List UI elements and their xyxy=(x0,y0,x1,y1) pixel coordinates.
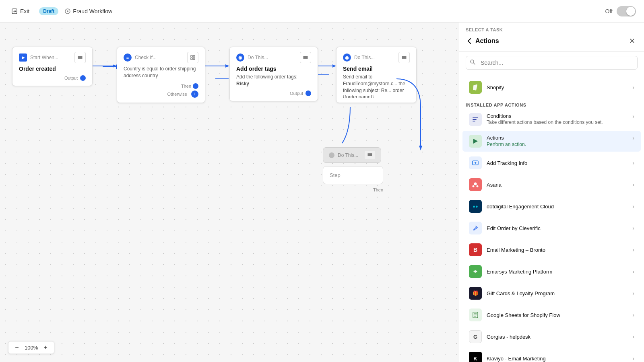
workflow-icon xyxy=(65,8,70,14)
app-giftcards[interactable]: 🎁 Gift Cards & Loyalty Program › xyxy=(462,283,641,304)
select-task-label: SELECT A TASK xyxy=(466,27,638,32)
panel-body: Shopify › INSTALLED APP ACTIONS Conditio… xyxy=(459,74,644,362)
search-icon xyxy=(470,59,475,66)
add-tracking-icon xyxy=(469,156,482,169)
start-title: Order created xyxy=(19,66,86,72)
gsheets-icon xyxy=(469,309,482,321)
do-this-gray[interactable]: Do This... xyxy=(323,147,381,163)
app-gorgias[interactable]: G Gorgias - helpdesk › xyxy=(462,326,641,347)
start-card[interactable]: Start When... Order created Output xyxy=(12,47,93,86)
svg-marker-14 xyxy=(473,139,478,144)
do1-label: Do This... xyxy=(248,55,268,60)
app-cleverific[interactable]: Edit Order by Cleverific › xyxy=(462,218,641,239)
dotdigital-icon: ●● xyxy=(469,200,482,213)
actions-label: Actions xyxy=(487,135,627,141)
app-add-tracking[interactable]: Add Tracking Info › xyxy=(462,152,641,173)
svg-marker-11 xyxy=(332,64,336,68)
giftcards-label: Gift Cards & Loyalty Program xyxy=(487,290,627,296)
start-action-btn[interactable] xyxy=(74,52,86,63)
connector-1 xyxy=(93,62,117,70)
do1-title: Add order tags xyxy=(236,66,311,72)
giftcards-icon: 🎁 xyxy=(469,287,482,300)
panel-header: SELECT A TASK Actions ✕ xyxy=(459,23,644,52)
installed-apps-divider: INSTALLED APP ACTIONS xyxy=(459,99,644,109)
klaviyo-icon: K xyxy=(469,352,482,362)
workflow-title: Fraud Workflow xyxy=(65,8,112,14)
actions-arrow: › xyxy=(632,135,634,141)
branch-curve xyxy=(396,75,429,163)
do1-action-btn[interactable] xyxy=(300,52,311,63)
output-dot xyxy=(80,75,86,81)
do-this-gray-btn[interactable] xyxy=(365,151,375,159)
search-input[interactable] xyxy=(466,56,638,70)
actions-subtitle: Perform an action. xyxy=(487,142,627,147)
connector-3 xyxy=(318,62,336,70)
app-gsheets[interactable]: Google Sheets for Shopify Flow › xyxy=(462,304,641,325)
dotdigital-label: dotdigital Engagement Cloud xyxy=(487,204,627,210)
svg-point-13 xyxy=(471,60,474,63)
zoom-in-button[interactable]: + xyxy=(41,343,50,352)
then-label-step: Then xyxy=(373,187,383,192)
panel-back-button[interactable]: Actions xyxy=(466,37,499,45)
app-bronto[interactable]: B Email Marketing – Bronto › xyxy=(462,239,641,260)
search-box xyxy=(466,56,638,70)
svg-point-2 xyxy=(67,10,68,12)
topbar-left: Exit Draft Fraud Workflow xyxy=(8,6,112,16)
toggle-switch[interactable] xyxy=(617,6,636,16)
add-tracking-label: Add Tracking Info xyxy=(487,160,627,166)
gorgias-arrow: › xyxy=(632,333,634,340)
zoom-level: 100% xyxy=(25,345,38,351)
app-dotdigital[interactable]: ●● dotdigital Engagement Cloud › xyxy=(462,196,641,217)
gsheets-label: Google Sheets for Shopify Flow xyxy=(487,312,627,318)
right-panel: SELECT A TASK Actions ✕ Shopify › xyxy=(459,23,644,362)
workflow-canvas[interactable]: Start When... Order created Output xyxy=(0,23,459,362)
otherwise-plus[interactable]: + xyxy=(191,90,198,98)
svg-marker-7 xyxy=(113,64,117,68)
panel-close-button[interactable]: ✕ xyxy=(626,35,638,47)
conditions-label: Conditions xyxy=(487,113,627,119)
asana-arrow: › xyxy=(632,181,634,188)
send-email-action-btn[interactable] xyxy=(398,52,410,63)
do1-card[interactable]: ◉ Do This... Add order tags Add the foll… xyxy=(229,47,318,101)
svg-marker-9 xyxy=(225,64,229,68)
check-node: ≡ Check If... Country is equal to order … xyxy=(117,47,205,103)
zoom-controls: − 100% + xyxy=(8,341,54,354)
emarsys-label: Emarsys Marketing Platform xyxy=(487,269,627,275)
topbar-right: Off xyxy=(605,6,636,16)
start-node: Start When... Order created Output xyxy=(12,47,93,86)
zoom-out-button[interactable]: − xyxy=(12,343,21,352)
app-emarsys[interactable]: Emarsys Marketing Platform › xyxy=(462,261,641,282)
dotdigital-arrow: › xyxy=(632,203,634,210)
send-email-title: Send email xyxy=(343,66,410,72)
back-arrow-icon xyxy=(466,37,473,45)
exit-button[interactable]: Exit xyxy=(8,6,33,16)
do1-body: Add the following order tags: Risky xyxy=(236,74,311,87)
cleverific-arrow: › xyxy=(632,225,634,231)
app-klaviyo[interactable]: K Klaviyo - Email Marketing › xyxy=(462,348,641,362)
svg-point-17 xyxy=(473,185,475,187)
then-dot xyxy=(193,83,198,89)
shopify-arrow: › xyxy=(632,84,634,90)
topbar: Exit Draft Fraud Workflow Off xyxy=(0,0,644,23)
check-action-btn[interactable] xyxy=(187,52,198,63)
shopify-item[interactable]: Shopify › xyxy=(462,77,641,98)
app-asana[interactable]: Asana › xyxy=(462,174,641,195)
svg-point-16 xyxy=(474,183,477,185)
exit-icon xyxy=(11,8,18,14)
check-label: Check If... xyxy=(135,55,157,60)
toggle-label: Off xyxy=(605,8,613,14)
connector-2 xyxy=(205,62,229,70)
start-icon xyxy=(19,53,27,62)
bronto-label: Email Marketing – Bronto xyxy=(487,247,627,253)
svg-marker-12 xyxy=(419,146,422,150)
giftcards-arrow: › xyxy=(632,290,634,296)
draft-badge: Draft xyxy=(39,7,58,15)
asana-icon xyxy=(469,178,482,191)
conditions-item[interactable]: Conditions Take different actions based … xyxy=(462,109,641,130)
conditions-subtitle: Take different actions based on the cond… xyxy=(487,119,627,125)
actions-item[interactable]: Actions Perform an action. › xyxy=(462,131,641,152)
check-card[interactable]: ≡ Check If... Country is equal to order … xyxy=(117,47,205,103)
actions-icon xyxy=(469,135,482,148)
send-email-icon: ◉ xyxy=(343,53,351,62)
step-placeholder: Step xyxy=(323,166,383,184)
